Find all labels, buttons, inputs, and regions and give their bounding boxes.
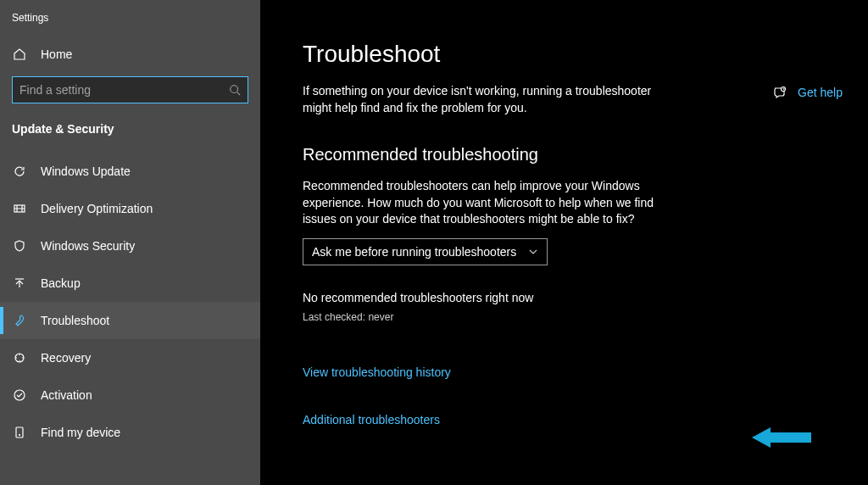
search-icon xyxy=(229,84,241,96)
chevron-down-icon xyxy=(528,247,538,257)
sidebar: Settings Home Update & Security xyxy=(0,0,260,485)
page-description: If something on your device isn't workin… xyxy=(303,83,659,116)
svg-point-5 xyxy=(19,435,20,436)
sidebar-item-windows-security[interactable]: Windows Security xyxy=(0,227,260,265)
search-container xyxy=(0,76,260,117)
sidebar-item-label: Delivery Optimization xyxy=(41,202,153,215)
find-device-icon xyxy=(12,426,27,439)
backup-icon xyxy=(12,276,27,290)
sidebar-item-troubleshoot[interactable]: Troubleshoot xyxy=(0,302,260,339)
nav-list: Windows Update Delivery Optimization Win… xyxy=(0,153,260,451)
sidebar-item-label: Recovery xyxy=(41,351,91,365)
dropdown-value: Ask me before running troubleshooters xyxy=(312,245,516,259)
recommended-status: No recommended troubleshooters right now xyxy=(303,291,659,304)
troubleshoot-icon xyxy=(12,314,27,327)
get-help-link[interactable]: Get help xyxy=(772,85,843,100)
sidebar-item-recovery[interactable]: Recovery xyxy=(0,339,260,376)
arrow-annotation xyxy=(752,426,811,449)
svg-point-3 xyxy=(14,390,25,400)
svg-marker-7 xyxy=(752,427,811,448)
sidebar-item-find-my-device[interactable]: Find my device xyxy=(0,414,260,451)
sidebar-item-windows-update[interactable]: Windows Update xyxy=(0,153,260,190)
delivery-icon xyxy=(12,202,27,215)
svg-point-0 xyxy=(231,86,238,93)
help-label: Get help xyxy=(798,86,843,99)
svg-rect-4 xyxy=(16,427,23,438)
content-column: If something on your device isn't workin… xyxy=(303,83,659,426)
help-icon xyxy=(772,85,787,100)
window-title: Settings xyxy=(0,8,260,39)
recommended-heading: Recommended troubleshooting xyxy=(303,145,659,164)
activation-icon xyxy=(12,388,27,402)
recommended-description: Recommended troubleshooters can help imp… xyxy=(303,178,659,228)
additional-troubleshooters-link[interactable]: Additional troubleshooters xyxy=(303,413,440,426)
sidebar-section-title: Update & Security xyxy=(0,117,260,153)
sidebar-item-label: Find my device xyxy=(41,426,120,439)
search-box[interactable] xyxy=(12,76,248,103)
troubleshoot-preference-dropdown[interactable]: Ask me before running troubleshooters xyxy=(303,238,548,265)
sync-icon xyxy=(12,164,27,178)
sidebar-item-label: Windows Update xyxy=(41,164,131,178)
sidebar-item-backup[interactable]: Backup xyxy=(0,265,260,302)
sidebar-item-label: Backup xyxy=(41,276,81,290)
home-label: Home xyxy=(41,47,72,61)
recovery-icon xyxy=(12,351,27,365)
sidebar-item-delivery-optimization[interactable]: Delivery Optimization xyxy=(0,190,260,227)
svg-point-6 xyxy=(782,87,786,92)
home-nav[interactable]: Home xyxy=(0,39,260,70)
view-history-link[interactable]: View troubleshooting history xyxy=(303,365,451,379)
sidebar-item-label: Troubleshoot xyxy=(41,314,109,327)
sidebar-item-label: Activation xyxy=(41,388,92,402)
page-title: Troubleshoot xyxy=(303,41,868,68)
search-input[interactable] xyxy=(19,83,229,97)
shield-icon xyxy=(12,239,27,253)
home-icon xyxy=(12,47,27,61)
last-checked: Last checked: never xyxy=(303,311,659,323)
sidebar-item-label: Windows Security xyxy=(41,239,135,253)
sidebar-item-activation[interactable]: Activation xyxy=(0,376,260,414)
main-content: Troubleshoot If something on your device… xyxy=(260,0,868,485)
